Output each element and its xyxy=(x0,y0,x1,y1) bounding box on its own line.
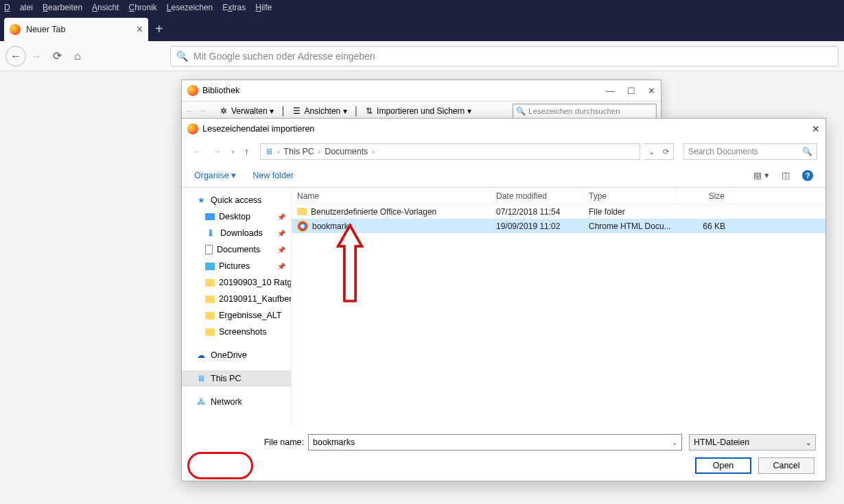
folder-icon xyxy=(297,208,307,215)
menu-extras[interactable]: Extras xyxy=(222,3,246,12)
forward-button[interactable]: → xyxy=(209,146,224,157)
home-button[interactable]: ⌂ xyxy=(67,46,88,67)
help-icon[interactable]: ? xyxy=(802,170,813,181)
nav-folder-2[interactable]: 20190911_Kaufberat xyxy=(182,291,291,307)
browser-menubar: Datei Bearbeiten Ansicht Chronik Lesezei… xyxy=(0,0,844,15)
col-type[interactable]: Type xyxy=(583,188,676,204)
chevron-down-icon[interactable]: ⌄ xyxy=(672,439,677,446)
nav-onedrive[interactable]: ☁OneDrive xyxy=(182,347,291,363)
breadcrumb-bar[interactable]: 🖥 › This PC › Documents › xyxy=(260,143,640,160)
annotation-circle xyxy=(187,452,253,479)
library-dialog: Bibliothek — ☐ ✕ ← → ✲ Verwalten ▾ │ ☰ A… xyxy=(181,80,661,122)
nav-folder-1[interactable]: 20190903_10 Ratgeb xyxy=(182,274,291,291)
column-headers[interactable]: Name Date modified Type Size xyxy=(292,188,825,204)
lib-back-icon[interactable]: ← xyxy=(186,106,194,116)
maximize-icon[interactable]: ☐ xyxy=(627,86,635,96)
chevron-down-icon[interactable]: ⌄ xyxy=(644,147,659,156)
annotation-arrow-icon xyxy=(333,222,367,304)
document-icon xyxy=(205,245,213,254)
recent-dropdown[interactable]: ▾ xyxy=(228,148,237,156)
close-icon[interactable]: ✕ xyxy=(648,86,655,96)
up-button[interactable]: ↑ xyxy=(242,146,252,157)
nav-network[interactable]: 🖧Network xyxy=(182,394,291,410)
filename-input[interactable]: bookmarks ⌄ xyxy=(308,434,682,451)
tool-row: Organise ▾ New folder ▤ ▾ ◫ ? xyxy=(182,164,825,187)
tab-close-icon[interactable]: × xyxy=(137,23,143,36)
menu-view[interactable]: Ansicht xyxy=(92,3,119,12)
filetype-select[interactable]: HTML-Dateien ⌄ xyxy=(689,434,816,451)
col-size[interactable]: Size xyxy=(676,188,732,204)
firefox-icon xyxy=(10,24,21,35)
folder-icon xyxy=(205,279,215,287)
firefox-icon xyxy=(187,123,198,134)
search-icon: 🔍 xyxy=(176,51,188,62)
menu-bookmarks[interactable]: Lesezeichen xyxy=(167,3,213,12)
file-row-selected[interactable]: bookmarks 19/09/2019 11:02 Chrome HTML D… xyxy=(292,219,825,233)
preview-pane-icon[interactable]: ◫ xyxy=(782,170,790,180)
nav-documents[interactable]: Documents📌 xyxy=(182,241,291,258)
file-row[interactable]: Benutzerdefinierte Office-Vorlagen 07/12… xyxy=(292,204,825,219)
pc-icon: 🖥 xyxy=(196,373,207,384)
address-bar[interactable]: 🔍 Mit Google suchen oder Adresse eingebe… xyxy=(170,46,839,67)
nav-downloads[interactable]: ⬇Downloads📌 xyxy=(182,225,291,241)
dialog-titlebar[interactable]: Lesezeichendatei importieren ✕ xyxy=(182,119,825,139)
pin-icon: 📌 xyxy=(277,263,285,270)
pictures-icon xyxy=(205,263,215,270)
nav-this-pc[interactable]: 🖥This PC xyxy=(182,370,291,387)
chevron-right-icon: › xyxy=(277,148,279,156)
library-titlebar[interactable]: Bibliothek — ☐ ✕ xyxy=(182,80,661,101)
new-folder-button[interactable]: New folder xyxy=(253,171,294,180)
back-button[interactable]: ← xyxy=(5,46,26,67)
new-tab-button[interactable]: + xyxy=(155,21,163,37)
col-date[interactable]: Date modified xyxy=(491,188,583,204)
nav-pane: ★Quick access Desktop📌 ⬇Downloads📌 Docum… xyxy=(182,188,292,427)
library-search[interactable]: 🔍 Lesezeichen durchsuchen xyxy=(513,104,657,119)
search-icon: 🔍 xyxy=(802,147,812,156)
cancel-button[interactable]: Cancel xyxy=(758,457,814,474)
nav-pictures[interactable]: Pictures📌 xyxy=(182,258,291,274)
nav-folder-3[interactable]: Ergebnisse_ALT xyxy=(182,307,291,324)
forward-button[interactable]: → xyxy=(26,46,47,67)
menu-help[interactable]: Hilfe xyxy=(255,3,272,12)
nav-folder-4[interactable]: Screenshots xyxy=(182,324,291,340)
filename-label: File name: xyxy=(191,437,308,447)
reload-button[interactable]: ⟳ xyxy=(47,46,67,67)
menu-file[interactable]: Datei xyxy=(4,3,33,12)
nav-quick-access[interactable]: ★Quick access xyxy=(182,192,291,208)
download-icon: ⬇ xyxy=(205,228,216,239)
dialog-title: Lesezeichendatei importieren xyxy=(202,124,314,134)
address-placeholder: Mit Google suchen oder Adresse eingeben xyxy=(194,51,375,62)
lib-views[interactable]: Ansichten ▾ xyxy=(305,106,347,116)
file-open-dialog: Lesezeichendatei importieren ✕ ← → ▾ ↑ 🖥… xyxy=(181,118,826,481)
crumb-documents[interactable]: Documents xyxy=(323,147,369,156)
minimize-icon[interactable]: — xyxy=(606,86,615,96)
tab-new[interactable]: Neuer Tab × xyxy=(4,18,148,41)
star-icon: ★ xyxy=(196,195,207,206)
network-icon: 🖧 xyxy=(196,396,207,407)
chevron-right-icon: › xyxy=(318,148,320,156)
pin-icon: 📌 xyxy=(277,246,285,254)
folder-icon xyxy=(205,328,215,336)
refresh-icon[interactable]: ⟳ xyxy=(659,147,673,156)
lib-import[interactable]: Importieren und Sichern ▾ xyxy=(377,106,471,116)
nav-desktop[interactable]: Desktop📌 xyxy=(182,208,291,225)
crumb-thispc[interactable]: This PC xyxy=(282,147,315,156)
col-name[interactable]: Name xyxy=(292,188,491,204)
search-documents[interactable]: Search Documents 🔍 xyxy=(683,143,817,160)
view-mode-icon[interactable]: ▤ ▾ xyxy=(753,170,769,180)
tab-title: Neuer Tab xyxy=(26,25,65,34)
list-icon: ☰ xyxy=(293,106,301,116)
address-row: ← → ▾ ↑ 🖥 › This PC › Documents › ⌄ ⟳ Se… xyxy=(182,139,825,164)
firefox-icon xyxy=(187,85,198,96)
menu-history[interactable]: Chronik xyxy=(128,3,156,12)
menu-edit[interactable]: Bearbeiten xyxy=(43,3,82,12)
lib-forward-icon[interactable]: → xyxy=(198,106,207,116)
chevron-right-icon: › xyxy=(372,148,374,156)
close-icon[interactable]: ✕ xyxy=(812,123,820,134)
open-button[interactable]: Open xyxy=(695,457,751,474)
organise-menu[interactable]: Organise ▾ xyxy=(194,170,236,180)
lib-manage[interactable]: Verwalten ▾ xyxy=(231,106,274,116)
pc-icon: 🖥 xyxy=(263,146,274,157)
back-button[interactable]: ← xyxy=(190,146,205,157)
tab-bar: Neuer Tab × + xyxy=(0,15,844,41)
